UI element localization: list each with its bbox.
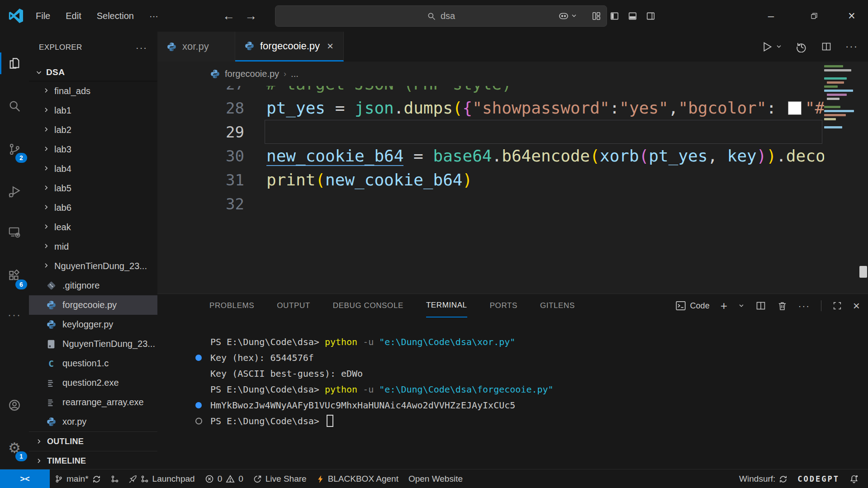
tree-item-lab5[interactable]: lab5 <box>29 179 157 198</box>
activity-extensions[interactable]: 6 <box>0 264 29 288</box>
status-windsurf[interactable]: Windsurf: <box>734 469 792 488</box>
minimap[interactable] <box>824 52 858 294</box>
code-line-31[interactable]: 31print(new_cookie_b64) <box>157 168 824 192</box>
close-panel-icon[interactable]: × <box>853 299 860 313</box>
status-problems[interactable]: 00 <box>200 469 248 488</box>
activity-run-debug[interactable] <box>0 180 29 204</box>
nav-back-icon[interactable]: ← <box>223 9 235 23</box>
tree-item-nguyentiendung-23-[interactable]: NguyenTienDung_23... <box>29 256 157 276</box>
tree-item-mid[interactable]: mid <box>29 237 157 256</box>
tree-item-xor-py[interactable]: xor.py <box>29 412 157 431</box>
command-decoration-icon[interactable] <box>195 402 202 408</box>
maximize-panel-icon[interactable] <box>832 301 842 311</box>
chevron-down-icon[interactable] <box>738 303 745 309</box>
panel-tab-gitlens[interactable]: GITLENS <box>540 294 575 317</box>
tab-forgecooie-py[interactable]: forgecooie.py× <box>235 32 344 62</box>
line-number: 28 <box>157 99 244 117</box>
activity-accounts[interactable] <box>0 393 29 417</box>
window-minimize-icon[interactable]: – <box>749 0 792 32</box>
panel-tab-terminal[interactable]: TERMINAL <box>426 294 467 317</box>
menu-more-icon[interactable]: ··· <box>142 8 166 24</box>
code-line-29[interactable]: 29 <box>157 120 824 144</box>
nav-forward-icon[interactable]: → <box>245 9 257 23</box>
activity-remote-explorer[interactable] <box>0 220 29 244</box>
tab-xor-py[interactable]: xor.py <box>157 32 235 62</box>
activity-badge: 2 <box>15 153 27 163</box>
editor-more-actions-icon[interactable]: ··· <box>845 41 858 52</box>
panel-more-actions-icon[interactable]: ··· <box>798 301 810 311</box>
toggle-secondary-sidebar-icon[interactable] <box>642 0 659 32</box>
window-close-icon[interactable]: × <box>835 0 868 32</box>
activity-settings[interactable]: ⚙1 <box>0 436 29 460</box>
tree-item--gitignore[interactable]: .gitignore <box>29 276 157 295</box>
window-restore-icon[interactable] <box>792 0 835 32</box>
color-preview-swatch[interactable] <box>788 101 802 115</box>
activity-explorer[interactable] <box>0 52 29 75</box>
tree-item-lab6[interactable]: lab6 <box>29 198 157 218</box>
menu-edit[interactable]: Edit <box>58 8 89 24</box>
activity-search[interactable] <box>0 94 29 118</box>
tree-item-forgecooie-py[interactable]: forgecooie.py <box>29 295 157 315</box>
activity-source-control[interactable]: 2 <box>0 137 29 161</box>
code-line-27[interactable]: 27# target JSON (PHP-style) <box>157 86 824 96</box>
menu-selection[interactable]: Selection <box>89 8 142 24</box>
code-line-28[interactable]: 28pt_yes = json.dumps({"showpassword":"y… <box>157 96 824 120</box>
tree-item-question1-c[interactable]: Cquestion1.c <box>29 354 157 373</box>
activity-more[interactable]: ··· <box>0 303 29 327</box>
sync-icon <box>92 475 101 483</box>
toggle-panel-icon[interactable] <box>624 0 640 32</box>
split-terminal-icon[interactable] <box>755 300 766 311</box>
tree-item-leak[interactable]: leak <box>29 218 157 237</box>
explorer-more-actions-icon[interactable]: ··· <box>136 43 147 53</box>
command-decoration-icon[interactable] <box>195 417 202 424</box>
status-git-branch[interactable]: main* <box>50 469 106 488</box>
new-terminal-button[interactable]: + <box>721 299 727 313</box>
tree-item-question2-exe[interactable]: question2.exe <box>29 373 157 393</box>
close-tab-icon[interactable]: × <box>327 40 333 52</box>
divider <box>821 300 821 311</box>
code-line-32[interactable]: 32 <box>157 192 824 216</box>
chevron-right-icon <box>35 457 43 464</box>
section-timeline[interactable]: TIMELINE <box>29 451 157 469</box>
tree-item-lab2[interactable]: lab2 <box>29 120 157 140</box>
tree-item-rearrange-array-exe[interactable]: rearrange_array.exe <box>29 393 157 412</box>
panel-tab-problems[interactable]: PROBLEMS <box>209 294 254 317</box>
section-outline[interactable]: OUTLINE <box>29 431 157 451</box>
status-git-graph[interactable] <box>106 469 124 488</box>
editor-group: xor.pyforgecooie.py× ··· forgecooie.py ›… <box>157 32 868 469</box>
copilot-icon[interactable] <box>554 0 581 32</box>
status-open-website[interactable]: Open Website <box>403 469 468 488</box>
split-editor-icon[interactable] <box>821 41 832 52</box>
status-codegpt[interactable]: CODEGPT <box>792 469 844 488</box>
customize-layout-icon[interactable] <box>588 0 604 32</box>
panel-tab-ports[interactable]: PORTS <box>490 294 517 317</box>
bolt-icon <box>317 475 324 483</box>
status-notifications[interactable] <box>844 469 863 488</box>
status-launchpad[interactable]: Launchpad <box>124 469 200 488</box>
run-button[interactable] <box>761 41 782 53</box>
breadcrumb[interactable]: forgecooie.py › ... <box>157 62 868 86</box>
kill-terminal-icon[interactable] <box>777 301 787 311</box>
tree-item-nguyentiendung-23-[interactable]: NguyenTienDung_23... <box>29 334 157 354</box>
command-decoration-icon[interactable] <box>195 355 202 361</box>
tree-root-dsa[interactable]: DSA <box>29 63 157 81</box>
timeline-history-icon[interactable] <box>796 41 807 52</box>
status-remote-host[interactable]: >< <box>0 469 50 488</box>
tree-item-lab1[interactable]: lab1 <box>29 101 157 120</box>
tree-item-final-ads[interactable]: final_ads <box>29 81 157 101</box>
panel-tab-output[interactable]: OUTPUT <box>277 294 310 317</box>
status-live-share[interactable]: Live Share <box>248 469 312 488</box>
toggle-sidebar-icon[interactable] <box>606 0 622 32</box>
code-editor[interactable]: 27# target JSON (PHP-style)28pt_yes = js… <box>157 86 824 294</box>
menu-file[interactable]: File <box>28 8 58 24</box>
code-line-30[interactable]: 30new_cookie_b64 = base64.b64encode(xorb… <box>157 144 824 168</box>
tree-item-lab4[interactable]: lab4 <box>29 159 157 179</box>
panel-tab-debug-console[interactable]: DEBUG CONSOLE <box>333 294 403 317</box>
tree-item-lab3[interactable]: lab3 <box>29 140 157 159</box>
scrollbar-thumb[interactable] <box>859 266 867 278</box>
tree-item-keylogger-py[interactable]: keylogger.py <box>29 315 157 334</box>
status-blackbox-agent[interactable]: BLACKBOX Agent <box>312 469 403 488</box>
terminal-instance[interactable]: Code <box>675 300 710 312</box>
chevron-right-icon <box>43 165 50 172</box>
terminal-output[interactable]: PS E:\Dung\Code\dsa> python -u "e:\Dung\… <box>157 317 868 429</box>
